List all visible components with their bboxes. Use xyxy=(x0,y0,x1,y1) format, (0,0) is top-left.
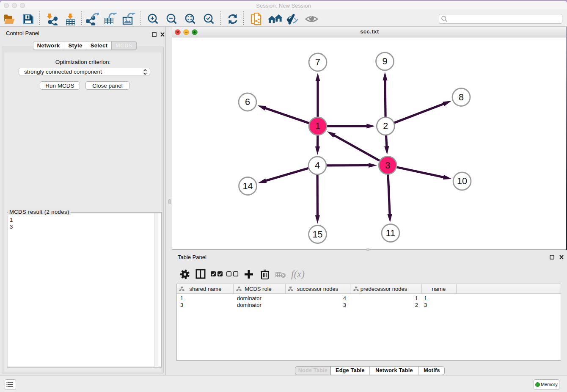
svg-text:2: 2 xyxy=(383,121,388,131)
svg-text:14: 14 xyxy=(243,181,253,191)
svg-text:10: 10 xyxy=(457,176,467,186)
svg-text:3: 3 xyxy=(385,160,390,171)
svg-text:11: 11 xyxy=(386,228,395,238)
svg-text:6: 6 xyxy=(245,97,250,107)
svg-text:8: 8 xyxy=(459,92,464,102)
svg-text:15: 15 xyxy=(313,229,323,240)
svg-text:4: 4 xyxy=(315,160,320,171)
svg-text:1: 1 xyxy=(315,121,320,131)
svg-text:9: 9 xyxy=(383,56,388,66)
svg-text:7: 7 xyxy=(315,57,320,67)
